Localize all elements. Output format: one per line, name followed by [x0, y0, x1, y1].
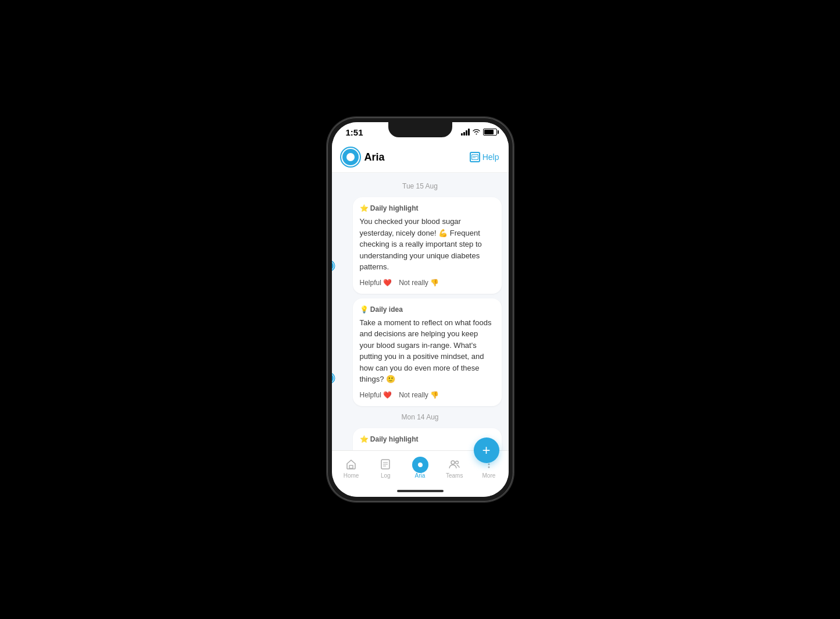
- fab-button[interactable]: +: [474, 437, 499, 463]
- avatar-msg1: [332, 261, 337, 273]
- aria-avatar: [341, 148, 360, 166]
- aria-nav-icon: [412, 457, 428, 471]
- status-time: 1:51: [346, 127, 363, 137]
- home-indicator: [332, 485, 509, 497]
- nav-item-aria[interactable]: Aria: [403, 457, 437, 479]
- log-label: Log: [381, 472, 391, 479]
- svg-point-11: [488, 464, 489, 465]
- svg-rect-3: [349, 465, 353, 468]
- message-wrapper-1: ⭐ Daily highlight You checked your blood…: [337, 197, 504, 294]
- notch: [388, 122, 452, 137]
- nav-item-log[interactable]: Log: [369, 457, 403, 479]
- aria-label: Aria: [415, 472, 426, 479]
- svg-rect-0: [471, 155, 478, 160]
- phone-screen: 1:51: [332, 122, 509, 497]
- date-separator-2: Mon 14 Aug: [337, 413, 504, 421]
- header-title: Aria: [364, 151, 385, 163]
- message-card-2: 💡 Daily idea Take a moment to reflect on…: [353, 298, 502, 406]
- home-label: Home: [344, 472, 359, 479]
- avatar-msg2: [332, 373, 337, 385]
- message-wrapper-2: 💡 Daily idea Take a moment to reflect on…: [337, 298, 504, 406]
- svg-point-9: [455, 461, 458, 464]
- app-header: Aria Help: [332, 142, 509, 173]
- log-icon: [380, 457, 391, 471]
- helpful-btn-1[interactable]: Helpful ❤️: [360, 279, 392, 287]
- message-1-actions: Helpful ❤️ Not really 👎: [360, 279, 495, 287]
- chat-area[interactable]: Tue 15 Aug ⭐ Daily highlight You checked…: [332, 173, 509, 450]
- helpful-btn-2[interactable]: Helpful ❤️: [360, 391, 392, 399]
- nav-item-home[interactable]: Home: [334, 457, 369, 479]
- teams-icon: [448, 457, 461, 471]
- help-icon: [470, 152, 480, 162]
- not-really-btn-1[interactable]: Not really 👎: [399, 279, 439, 287]
- message-2-body: Take a moment to reflect on what foods a…: [360, 317, 495, 385]
- message-1-body: You checked your blood sugar yesterday, …: [360, 216, 495, 273]
- message-1-category: ⭐ Daily highlight: [360, 204, 495, 212]
- more-label: More: [482, 472, 496, 479]
- fab-icon: +: [482, 442, 490, 458]
- help-label: Help: [482, 152, 499, 162]
- svg-point-8: [451, 461, 455, 464]
- home-bar: [397, 490, 444, 492]
- not-really-btn-2[interactable]: Not really 👎: [399, 391, 439, 399]
- battery-icon: [483, 129, 497, 136]
- status-icons: [461, 128, 497, 137]
- date-separator-1: Tue 15 Aug: [337, 182, 504, 190]
- home-icon: [345, 457, 357, 471]
- wifi-icon: [472, 128, 481, 137]
- message-2-actions: Helpful ❤️ Not really 👎: [360, 391, 495, 399]
- svg-point-12: [488, 467, 489, 468]
- teams-label: Teams: [446, 472, 463, 479]
- nav-item-teams[interactable]: Teams: [437, 457, 471, 479]
- message-2-category: 💡 Daily idea: [360, 305, 495, 314]
- help-button[interactable]: Help: [470, 152, 499, 162]
- phone-frame: 1:51: [327, 118, 513, 501]
- header-left: Aria: [341, 148, 385, 166]
- message-3-category: ⭐ Daily highlight: [360, 435, 495, 443]
- signal-icon: [461, 129, 470, 136]
- message-card-1: ⭐ Daily highlight You checked your blood…: [353, 197, 502, 294]
